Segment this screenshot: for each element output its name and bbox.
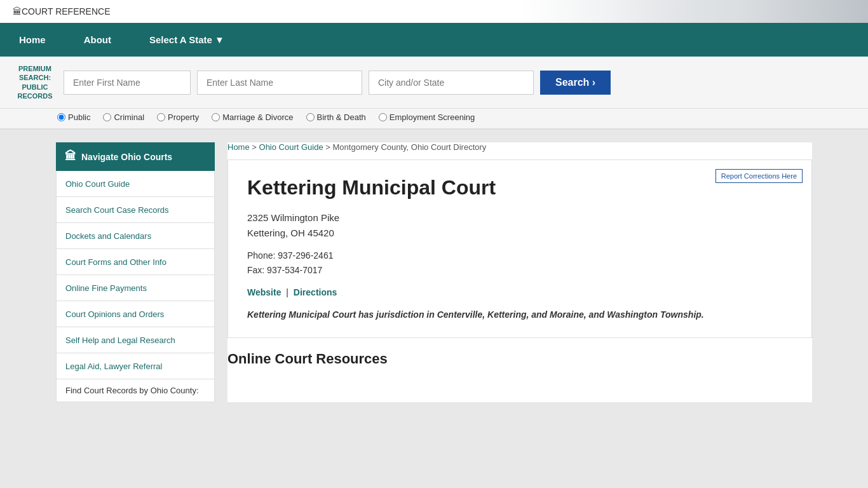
court-name: Kettering Municipal Court (247, 175, 792, 200)
directions-link[interactable]: Directions (294, 287, 337, 297)
main-content: Home > Ohio Court Guide > Montgomery Cou… (227, 142, 812, 402)
sidebar-item-opinions[interactable]: Court Opinions and Orders (56, 301, 215, 327)
sidebar-item-find-records: Find Court Records by Ohio County: (56, 379, 215, 402)
search-bar: PREMIUM SEARCH: PUBLIC RECORDS Search › (0, 57, 868, 109)
sidebar-item-self-help[interactable]: Self Help and Legal Research (56, 327, 215, 353)
address-line2: Kettering, OH 45420 (247, 227, 334, 238)
first-name-input[interactable] (64, 71, 191, 95)
sidebar-header-label: Navigate Ohio Courts (81, 152, 172, 162)
sidebar-link-opinions[interactable]: Court Opinions and Orders (65, 309, 164, 319)
sidebar-item-ohio-court-guide[interactable]: Ohio Court Guide (56, 171, 215, 197)
site-header: 🏛 COURT REFERENCE (0, 0, 868, 23)
sidebar-link-fine-payments[interactable]: Online Fine Payments (65, 283, 147, 293)
premium-label: PREMIUM SEARCH: PUBLIC RECORDS (13, 64, 57, 100)
link-separator: | (286, 287, 288, 297)
site-logo-icon: 🏛 (13, 6, 22, 17)
sidebar-link-self-help[interactable]: Self Help and Legal Research (65, 336, 175, 345)
address-line1: 2325 Wilmington Pike (247, 212, 339, 223)
sidebar-item-court-forms[interactable]: Court Forms and Other Info (56, 249, 215, 275)
online-resources-heading: Online Court Resources (227, 351, 812, 367)
search-button[interactable]: Search › (540, 71, 611, 95)
sidebar-header-icon: 🏛 (65, 150, 76, 163)
sidebar: 🏛 Navigate Ohio Courts Ohio Court Guide … (56, 142, 215, 402)
jurisdiction-text: Kettering Municipal Court has jurisdicti… (247, 308, 792, 322)
site-title: COURT REFERENCE (22, 6, 111, 17)
radio-marriage[interactable]: Marriage & Divorce (212, 112, 293, 122)
report-corrections-button[interactable]: Report Corrections Here (715, 169, 803, 183)
sidebar-item-fine-payments[interactable]: Online Fine Payments (56, 275, 215, 301)
sidebar-link-search-court-case[interactable]: Search Court Case Records (65, 205, 169, 215)
court-fax: Fax: 937-534-7017 (247, 265, 322, 275)
court-links: Website | Directions (247, 287, 792, 297)
sidebar-header: 🏛 Navigate Ohio Courts (56, 142, 215, 171)
last-name-input[interactable] (197, 71, 362, 95)
radio-property[interactable]: Property (157, 112, 199, 122)
radio-criminal[interactable]: Criminal (103, 112, 144, 122)
court-contact: Phone: 937-296-2461 Fax: 937-534-7017 (247, 248, 792, 279)
sidebar-link-dockets[interactable]: Dockets and Calendars (65, 231, 151, 241)
nav-select-state[interactable]: Select A State ▼ (130, 23, 243, 57)
content-wrap: 🏛 Navigate Ohio Courts Ohio Court Guide … (43, 130, 825, 415)
radio-public[interactable]: Public (57, 112, 90, 122)
main-nav: Home About Select A State ▼ (0, 23, 868, 57)
court-card: Report Corrections Here Kettering Munici… (227, 159, 812, 337)
nav-home[interactable]: Home (0, 23, 65, 57)
city-input[interactable] (369, 71, 534, 95)
sidebar-link-ohio-court-guide[interactable]: Ohio Court Guide (65, 179, 130, 189)
record-type-row: Public Criminal Property Marriage & Divo… (0, 109, 868, 130)
website-link[interactable]: Website (247, 287, 281, 297)
nav-about[interactable]: About (65, 23, 130, 57)
radio-employment[interactable]: Employment Screening (379, 112, 475, 122)
court-phone: Phone: 937-296-2461 (247, 250, 333, 261)
sidebar-item-search-court-case[interactable]: Search Court Case Records (56, 197, 215, 223)
breadcrumb: Home > Ohio Court Guide > Montgomery Cou… (227, 142, 812, 152)
sidebar-item-dockets[interactable]: Dockets and Calendars (56, 223, 215, 249)
court-address: 2325 Wilmington Pike Kettering, OH 45420 (247, 210, 792, 241)
breadcrumb-ohio-guide[interactable]: Ohio Court Guide (259, 142, 323, 152)
sidebar-link-legal-aid[interactable]: Legal Aid, Lawyer Referral (65, 362, 162, 371)
sidebar-link-court-forms[interactable]: Court Forms and Other Info (65, 257, 166, 267)
breadcrumb-home[interactable]: Home (227, 142, 250, 152)
online-resources-section: Online Court Resources (227, 351, 812, 367)
breadcrumb-current: Montgomery County, Ohio Court Directory (333, 142, 487, 152)
radio-birth[interactable]: Birth & Death (306, 112, 366, 122)
sidebar-item-legal-aid[interactable]: Legal Aid, Lawyer Referral (56, 353, 215, 379)
